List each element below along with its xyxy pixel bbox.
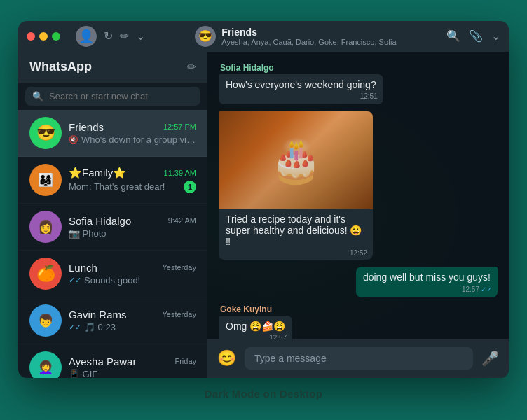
chat-input-bar: 😊 🎤: [207, 340, 509, 378]
msg-text-goke-1: Omg 😩🍰😩: [226, 321, 285, 332]
chat-item-gavin[interactable]: 👦 Gavin Rams Yesterday ✓✓ 🎵 0:23: [18, 298, 207, 344]
chat-time-sofia: 9:42 AM: [168, 216, 196, 225]
chat-name-sofia: Sofia Hidalgo: [69, 215, 131, 227]
title-bar-left: 👤 ↻ ✏ ⌄: [27, 26, 145, 47]
msg-text-out-1: doing well but miss you guys!: [363, 272, 491, 283]
app-window: 👤 ↻ ✏ ⌄ 😎 Friends Ayesha, Anya, Cauã, Da…: [18, 21, 509, 378]
chat-top-family: ⭐Family⭐ 11:39 AM: [69, 167, 196, 179]
search-input-wrap: 🔍: [25, 87, 200, 106]
chat-info-gavin: Gavin Rams Yesterday ✓✓ 🎵 0:23: [69, 309, 196, 332]
msg-time-goke-1: 12:57: [269, 333, 287, 339]
chat-time-gavin: Yesterday: [162, 310, 196, 318]
chat-avatar-friends: 😎: [29, 117, 62, 149]
emoji-button[interactable]: 😊: [217, 349, 236, 368]
chat-preview-text-sofia: 📷 Photo: [69, 228, 107, 239]
chat-info-ayesha: Ayesha Pawar Friday 📱 GIF: [69, 356, 196, 378]
message-group-goke-1: Goke Kuyinu Omg 😩🍰😩 12:57: [219, 304, 498, 340]
chat-name-gavin: Gavin Rams: [69, 309, 127, 321]
chat-preview-ayesha: 📱 GIF: [69, 369, 196, 378]
search-icon[interactable]: 🔍: [446, 29, 460, 43]
search-bar: 🔍: [18, 83, 207, 110]
chat-item-family[interactable]: 👨‍👩‍👧 ⭐Family⭐ 11:39 AM Mom: That's grea…: [18, 157, 207, 204]
refresh-icon[interactable]: ↻: [104, 29, 113, 43]
msg-text-1: How's everyone's weekend going?: [226, 79, 376, 90]
bottom-label: Dark Mode on Desktop: [205, 388, 323, 400]
chat-preview-lunch: ✓✓ Sounds good!: [69, 275, 196, 286]
app-body: WhatsApp ✏ 🔍 😎 Frien: [18, 52, 509, 378]
microphone-icon[interactable]: 🎤: [481, 350, 499, 367]
sender-name-sofia: Sofia Hidalgo: [219, 63, 498, 73]
chat-name-family: ⭐Family⭐: [69, 167, 126, 179]
msg-bubble-out-1: doing well but miss you guys! 12:57 ✓✓: [356, 267, 498, 298]
group-avatar[interactable]: 😎: [195, 26, 216, 47]
chat-preview-friends: 🔇 Who's down for a group video call ...: [69, 134, 196, 145]
message-group-sofia-2: Tried a recipe today and it's super heal…: [219, 111, 498, 264]
chat-top-ayesha: Ayesha Pawar Friday: [69, 356, 196, 368]
msg-bubble-1: How's everyone's weekend going? 12:51: [219, 74, 383, 105]
chat-item-friends[interactable]: 😎 Friends 12:57 PM 🔇 Who's down for a gr…: [18, 110, 207, 157]
chat-top-gavin: Gavin Rams Yesterday: [69, 309, 196, 321]
message-outgoing-1: doing well but miss you guys! 12:57 ✓✓: [219, 267, 498, 298]
msg-time-1: 12:51: [360, 92, 378, 102]
traffic-lights: [27, 32, 60, 41]
msg-check-1: ✓✓: [481, 285, 492, 295]
msg-text-2: Tried a recipe today and it's super heal…: [226, 214, 362, 247]
chat-top-friends: Friends 12:57 PM: [69, 121, 196, 133]
img-bubble-text: Tried a recipe today and it's super heal…: [219, 209, 373, 260]
group-info: Friends Ayesha, Anya, Cauã, Dario, Goke,…: [221, 27, 396, 46]
attach-icon[interactable]: 📎: [469, 29, 483, 43]
sender-name-goke: Goke Kuyinu: [219, 304, 498, 314]
chat-list: 😎 Friends 12:57 PM 🔇 Who's down for a gr…: [18, 110, 207, 378]
chevron-down-icon[interactable]: ⌄: [136, 29, 145, 43]
message-group-sofia-1: Sofia Hidalgo How's everyone's weekend g…: [219, 63, 498, 109]
chat-preview-text-lunch: Sounds good!: [84, 275, 140, 286]
muted-icon-friends: 🔇: [69, 135, 78, 144]
message-incoming-1: How's everyone's weekend going? 12:51: [219, 74, 498, 105]
msg-time-2: 12:52: [350, 249, 367, 257]
minimize-button[interactable]: [39, 32, 48, 41]
chat-time-lunch: Yesterday: [162, 263, 196, 272]
chat-preview-text-gavin: 🎵 0:23: [84, 322, 116, 332]
sidebar-compose-icon[interactable]: ✏: [187, 60, 196, 74]
chat-preview-sofia: 📷 Photo: [69, 228, 196, 239]
chat-item-sofia[interactable]: 👩 Sofia Hidalgo 9:42 AM 📷 Photo: [18, 204, 207, 251]
title-user-avatar[interactable]: 👤: [76, 26, 97, 47]
chat-preview-text-friends: Who's down for a group video call ...: [81, 134, 196, 145]
chat-info-friends: Friends 12:57 PM 🔇 Who's down for a grou…: [69, 121, 196, 145]
close-button[interactable]: [27, 32, 35, 41]
search-input[interactable]: [49, 91, 193, 102]
chat-preview-text-family: Mom: That's great dear!: [69, 181, 165, 192]
message-incoming-img: Tried a recipe today and it's super heal…: [219, 111, 498, 260]
chat-avatar-lunch: 🍊: [29, 258, 62, 290]
sidebar-header: WhatsApp ✏: [18, 52, 207, 83]
chat-top-sofia: Sofia Hidalgo 9:42 AM: [69, 215, 196, 227]
chat-area: Sofia Hidalgo How's everyone's weekend g…: [207, 52, 509, 378]
chat-preview-gavin: ✓✓ 🎵 0:23: [69, 322, 196, 332]
chat-name-lunch: Lunch: [69, 262, 97, 274]
group-name: Friends: [221, 27, 396, 38]
maximize-button[interactable]: [52, 32, 60, 41]
cake-image: [219, 111, 373, 209]
title-bar-right: 🔍 📎 ⌄: [446, 29, 500, 43]
chat-preview-family: Mom: That's great dear! 1: [69, 181, 196, 193]
compose-icon[interactable]: ✏: [120, 29, 129, 43]
chat-info-family: ⭐Family⭐ 11:39 AM Mom: That's great dear…: [69, 167, 196, 193]
chat-name-ayesha: Ayesha Pawar: [69, 356, 136, 368]
chat-info-sofia: Sofia Hidalgo 9:42 AM 📷 Photo: [69, 215, 196, 239]
sidebar-header-icons: ✏: [187, 60, 196, 74]
sidebar-title: WhatsApp: [29, 59, 92, 74]
msg-time-out-1: 12:57 ✓✓: [462, 285, 492, 295]
chat-item-lunch[interactable]: 🍊 Lunch Yesterday ✓✓ Sounds good!: [18, 251, 207, 298]
chat-item-ayesha[interactable]: 👩‍🦱 Ayesha Pawar Friday 📱 GIF: [18, 344, 207, 378]
menu-chevron-icon[interactable]: ⌄: [491, 29, 500, 43]
check-icon-gavin: ✓✓: [69, 323, 81, 332]
img-bubble: Tried a recipe today and it's super heal…: [219, 111, 373, 260]
chat-time-family: 11:39 AM: [164, 169, 196, 177]
chat-name-friends: Friends: [69, 121, 104, 133]
title-bar: 👤 ↻ ✏ ⌄ 😎 Friends Ayesha, Anya, Cauã, Da…: [18, 21, 509, 52]
chat-avatar-ayesha: 👩‍🦱: [29, 351, 62, 378]
message-input[interactable]: [245, 347, 473, 370]
group-members: Ayesha, Anya, Cauã, Dario, Goke, Francis…: [221, 38, 396, 46]
chat-time-friends: 12:57 PM: [163, 122, 196, 131]
check-icon-lunch: ✓✓: [69, 276, 81, 285]
